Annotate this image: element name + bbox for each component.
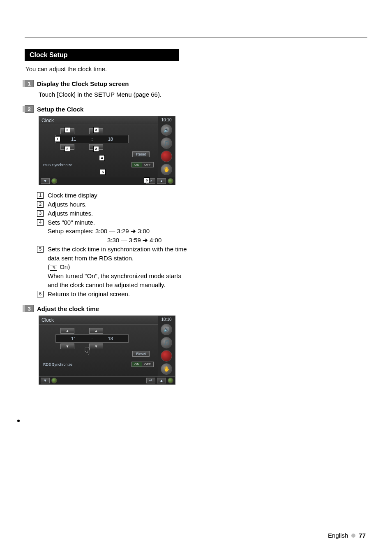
ui-clock-readout: 10:10 [161, 317, 171, 322]
hour-value: 11 [56, 137, 91, 142]
ui-title: Clock [39, 116, 158, 125]
side-icon-3[interactable] [161, 151, 172, 162]
side-icon-1[interactable]: 🔊 [161, 124, 172, 136]
callout-2: 2 [65, 127, 70, 133]
reset-button[interactable]: Reset [132, 151, 150, 157]
rds-off: OFF [142, 162, 153, 167]
minute-value: 18 [93, 336, 128, 341]
callout-2: 2 [65, 146, 70, 152]
rds-off: OFF [142, 362, 153, 367]
header-rule [25, 37, 367, 37]
rds-on: ON [132, 162, 142, 167]
margin-dot [17, 420, 20, 422]
step-1-header: 1 Display the Clock Setup screen [25, 80, 189, 87]
callout-legend: 1Clock time display 2Adjusts hours. 3Adj… [37, 191, 189, 298]
time-display: 11 : 18 [55, 135, 129, 143]
side-icon-3[interactable] [161, 350, 172, 362]
legend-num: 6 [37, 291, 44, 297]
legend-num: 3 [37, 210, 44, 217]
rds-on-off-toggle[interactable]: ON OFF [131, 362, 154, 367]
minute-value: 18 [93, 137, 128, 142]
side-icon-4[interactable]: 🖐 [161, 363, 172, 375]
side-icon-2[interactable]: 🎵 [161, 137, 172, 149]
legend-num: 1 [37, 192, 44, 199]
legend-text: Adjusts minutes. [48, 209, 189, 218]
step-2-title: Setup the Clock [37, 106, 83, 113]
legend-text: Sets the clock time in synchronization w… [48, 245, 189, 290]
ui-title: Clock [39, 316, 158, 325]
legend-text: Returns to the original screen. [48, 290, 189, 299]
bottom-scroll-down[interactable]: ▼ [41, 178, 50, 184]
reset-button[interactable]: Reset [132, 351, 150, 357]
section-title: Clock Setup [25, 49, 179, 61]
footer-dot-icon [351, 534, 355, 538]
callout-4: 4 [99, 155, 105, 161]
step-1-body: Touch [Clock] in the SETUP Menu (page 66… [39, 91, 189, 99]
step-3-title: Adjust the clock time [37, 305, 99, 312]
step-number-badge: 2 [25, 105, 34, 113]
legend-text: Sets "00" minute. Setup examples: 3:00 —… [48, 218, 189, 245]
step-3-header: 3 Adjust the clock time [25, 305, 189, 312]
arrow-right-icon: ➜ [143, 237, 148, 244]
legend-text: Clock time display [48, 191, 189, 200]
side-icon-2[interactable]: 🎵 [161, 337, 172, 348]
side-icon-1[interactable]: 🔊 [161, 324, 172, 335]
step-number-badge: 1 [25, 80, 34, 87]
callout-5: 5 [100, 169, 106, 175]
bottom-scroll-down[interactable]: ▼ [41, 378, 50, 383]
bottom-indicator-left [51, 378, 57, 383]
time-display: 11 : 18 [55, 334, 129, 343]
step-2-header: 2 Setup the Clock [25, 105, 189, 113]
bottom-scroll-up[interactable]: ▲ [157, 378, 166, 383]
arrow-right-icon: ➜ [131, 227, 136, 234]
clock-ui-touch: Clock ▲ ▲ 11 : 18 ▼ ▼ [39, 316, 175, 385]
legend-text: Adjusts hours. [48, 200, 189, 209]
bottom-scroll-up[interactable]: ▲ [157, 178, 166, 184]
clock-ui-annotated: Clock ▲ ▲ 11 : 18 ▼ ▼ [39, 116, 175, 185]
rds-label: RDS Synchronize [43, 362, 72, 367]
callout-3: 3 [93, 146, 99, 152]
bottom-indicator-right [168, 178, 173, 184]
legend-num: 4 [37, 219, 44, 226]
ui-clock-readout: 10:10 [161, 117, 171, 123]
footer-language: English [328, 532, 348, 539]
legend-num: 2 [37, 201, 44, 208]
section-intro: You can adjust the clock time. [25, 65, 189, 72]
page-number: 77 [359, 532, 366, 539]
bottom-indicator-left [51, 178, 57, 184]
minute-up-button[interactable]: ▲ [89, 328, 103, 334]
hour-up-button[interactable]: ▲ [60, 328, 74, 334]
hour-down-button[interactable]: ▼ [60, 343, 74, 349]
callout-1: 1 [55, 136, 60, 142]
callout-3: 3 [93, 127, 99, 133]
hour-value: 11 [56, 336, 91, 341]
factory-default-icon: ✎ [50, 265, 57, 271]
return-button[interactable]: ↵ [146, 378, 155, 383]
legend-num: 5 [37, 246, 44, 253]
minute-down-button[interactable]: ▼ [89, 343, 103, 349]
bottom-indicator-right [168, 378, 173, 383]
rds-on: ON [132, 362, 142, 367]
rds-label: RDS Synchronize [43, 163, 72, 167]
callout-6: 6 [144, 177, 150, 183]
page-footer: English 77 [328, 532, 366, 539]
step-1-title: Display the Clock Setup screen [37, 80, 129, 87]
step-number-badge: 3 [25, 305, 34, 312]
rds-on-off-toggle[interactable]: ON OFF [131, 162, 154, 167]
side-icon-4[interactable]: 🖐 [161, 164, 172, 175]
